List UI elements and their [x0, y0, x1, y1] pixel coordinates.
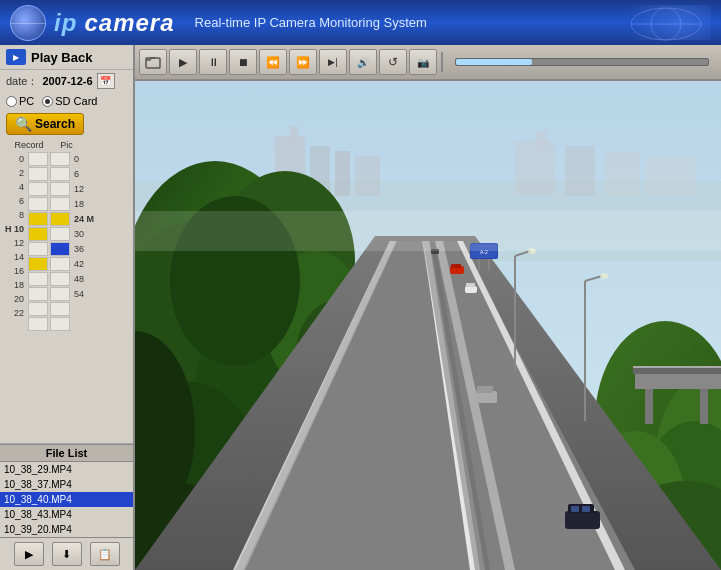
date-label: date：: [6, 74, 38, 89]
video-area: A-2: [135, 81, 721, 570]
hour-4: 4: [4, 180, 26, 194]
bar-r5: [28, 227, 48, 241]
bar-p4: [50, 212, 70, 226]
hour-22: 22: [4, 306, 26, 320]
bar-r3: [28, 197, 48, 211]
tb-fastfwd-button[interactable]: ⏩: [289, 49, 317, 75]
m-labels: 0 6 12 18 24 M 30 36 42 48 54: [74, 152, 96, 332]
left-panel: Play Back date： 2007-12-6 📅 PC SD Card 🔍…: [0, 45, 135, 570]
app-subtitle: Real-time IP Camera Monitoring System: [195, 15, 427, 30]
file-item-2[interactable]: 10_38_40.MP4: [0, 492, 133, 507]
hour-10: H 10: [4, 222, 26, 236]
tb-loop-button[interactable]: ↺: [379, 49, 407, 75]
tb-pause-button[interactable]: ⏸: [199, 49, 227, 75]
m-42: 42: [74, 257, 96, 271]
file-item-1[interactable]: 10_38_37.MP4: [0, 477, 133, 492]
file-list-title: File List: [0, 444, 133, 462]
pic-bars: [50, 152, 70, 332]
main-container: Play Back date： 2007-12-6 📅 PC SD Card 🔍…: [0, 45, 721, 570]
svg-rect-13: [565, 146, 595, 196]
download-button[interactable]: ⬇: [52, 542, 82, 566]
bar-p3: [50, 197, 70, 211]
svg-rect-14: [605, 151, 640, 196]
search-label: Search: [35, 117, 75, 131]
tb-stop-button[interactable]: ⏹: [229, 49, 257, 75]
date-value: 2007-12-6: [42, 75, 92, 87]
radio-sd-circle[interactable]: [42, 96, 53, 107]
timeline-area: Record Pic 0 2 4 6 8 H 10 12 14 16 18 20: [0, 138, 133, 443]
logo-area: ip camera: [10, 5, 175, 41]
playback-icon: [6, 49, 26, 65]
m-12: 12: [74, 182, 96, 196]
bar-p8: [50, 272, 70, 286]
svg-rect-7: [290, 126, 298, 141]
bar-p0: [50, 152, 70, 166]
m-36: 36: [74, 242, 96, 256]
hour-18: 18: [4, 278, 26, 292]
tb-frame-button[interactable]: ▶|: [319, 49, 347, 75]
bar-r0: [28, 152, 48, 166]
date-row: date： 2007-12-6 📅: [0, 70, 133, 92]
tb-open-button[interactable]: [139, 49, 167, 75]
toolbar: ▶ ⏸ ⏹ ⏪ ⏩ ▶| 🔊 ↺ 📷: [135, 45, 721, 81]
svg-rect-52: [565, 511, 600, 529]
bar-r1: [28, 167, 48, 181]
m-24: 24 M: [74, 212, 96, 226]
tb-snapshot-button[interactable]: 📷: [409, 49, 437, 75]
playback-header: Play Back: [0, 45, 133, 70]
play-local-button[interactable]: ▶: [14, 542, 44, 566]
record-header: Record: [4, 140, 54, 150]
search-button[interactable]: 🔍 Search: [6, 113, 84, 135]
radio-pc-circle[interactable]: [6, 96, 17, 107]
svg-rect-51: [477, 386, 493, 393]
hour-0: 0: [4, 152, 26, 166]
svg-point-71: [600, 273, 608, 279]
calendar-button[interactable]: 📅: [97, 73, 115, 89]
radio-sd[interactable]: SD Card: [42, 95, 97, 107]
hour-20: 20: [4, 292, 26, 306]
tb-volume-button[interactable]: 🔊: [349, 49, 377, 75]
svg-rect-54: [571, 506, 579, 512]
m-18: 18: [74, 197, 96, 211]
bar-p6: [50, 242, 70, 256]
m-6: 6: [74, 167, 96, 181]
bar-r9: [28, 287, 48, 301]
playback-title: Play Back: [31, 50, 92, 65]
file-item-0[interactable]: 10_38_29.MP4: [0, 462, 133, 477]
svg-rect-72: [135, 211, 721, 251]
file-item-3[interactable]: 10_38_43.MP4: [0, 507, 133, 522]
m-54: 54: [74, 287, 96, 301]
bar-r6: [28, 242, 48, 256]
bar-p10: [50, 302, 70, 316]
bar-p2: [50, 182, 70, 196]
svg-rect-10: [355, 156, 380, 196]
header: ip camera Real-time IP Camera Monitoring…: [0, 0, 721, 45]
globe-bg-icon: [626, 5, 706, 43]
timeline-header: Record Pic: [4, 140, 129, 150]
svg-rect-48: [466, 283, 475, 287]
tb-rewind-button[interactable]: ⏪: [259, 49, 287, 75]
hour-6: 6: [4, 194, 26, 208]
bar-r10: [28, 302, 48, 316]
tb-play-button[interactable]: ▶: [169, 49, 197, 75]
svg-rect-9: [335, 151, 350, 196]
bar-p5: [50, 227, 70, 241]
file-item-4[interactable]: 10_39_20.MP4: [0, 522, 133, 537]
right-panel: ▶ ⏸ ⏹ ⏪ ⏩ ▶| 🔊 ↺ 📷: [135, 45, 721, 570]
playback-progress[interactable]: [455, 58, 709, 66]
logo-globe-icon: [10, 5, 46, 41]
video-scene: A-2: [135, 81, 721, 570]
hour-12: 12: [4, 236, 26, 250]
radio-pc[interactable]: PC: [6, 95, 34, 107]
hour-8: 8: [4, 208, 26, 222]
radio-sd-label: SD Card: [55, 95, 97, 107]
bar-r4: [28, 212, 48, 226]
file-button[interactable]: 📋: [90, 542, 120, 566]
svg-rect-64: [700, 389, 708, 424]
progress-track: [456, 59, 532, 65]
bar-p1: [50, 167, 70, 181]
svg-rect-12: [535, 131, 547, 146]
pic-header: Pic: [54, 140, 79, 150]
hour-16: 16: [4, 264, 26, 278]
app-logo-text: ip camera: [54, 9, 175, 37]
